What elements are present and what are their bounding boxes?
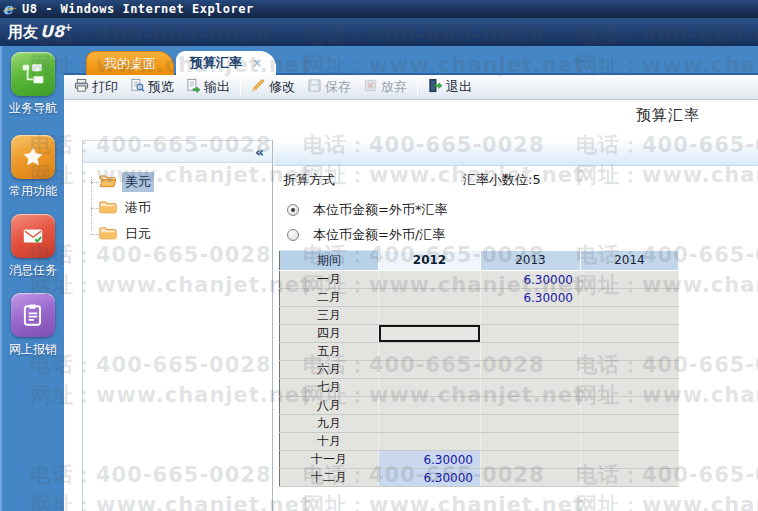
period-cell[interactable]: 三月 [280, 307, 379, 325]
rate-cell[interactable] [481, 325, 581, 343]
退出-button[interactable]: 退出 [422, 75, 478, 99]
online-expense-icon [11, 293, 55, 337]
tab-close-icon[interactable]: × [252, 56, 262, 70]
table-body: 一月6.30000二月6.30000三月四月五月六月七月八月九月十月十一月6.3… [280, 271, 679, 487]
toolbar-separator [240, 79, 241, 95]
rate-cell[interactable] [379, 361, 481, 379]
rate-cell[interactable] [379, 307, 481, 325]
rate-cell[interactable] [581, 451, 679, 469]
rate-cell[interactable] [581, 325, 679, 343]
预览-button[interactable]: 预览 [124, 75, 180, 99]
period-cell[interactable]: 五月 [280, 343, 379, 361]
rate-cell[interactable] [379, 397, 481, 415]
column-header-期间[interactable]: 期间 [280, 251, 379, 271]
radio-label: 本位币金额=外币/汇率 [313, 226, 445, 244]
rate-cell[interactable] [581, 343, 679, 361]
radio-button[interactable] [287, 229, 299, 241]
修改-button[interactable]: 修改 [245, 75, 301, 99]
rate-cell[interactable]: 6.30000 [379, 469, 481, 487]
tree-item-日元[interactable]: 日元 [83, 221, 272, 247]
rate-cell[interactable] [481, 433, 581, 451]
打印-button[interactable]: 打印 [68, 75, 124, 99]
tab-预算汇率[interactable]: 预算汇率× [176, 51, 276, 75]
rate-cell[interactable] [481, 451, 581, 469]
rate-cell[interactable] [481, 343, 581, 361]
toolbar-button-label: 保存 [325, 78, 351, 96]
sidebar-item-label: 业务导航 [9, 100, 57, 117]
rate-cell[interactable] [581, 379, 679, 397]
period-cell[interactable]: 八月 [280, 397, 379, 415]
conversion-method-label: 折算方式 [283, 171, 335, 189]
rate-cell[interactable] [481, 361, 581, 379]
输出-button[interactable]: 输出 [180, 75, 236, 99]
preview-icon [130, 78, 145, 96]
tree-item-美元[interactable]: 美元 [83, 169, 272, 195]
rate-cell[interactable] [379, 343, 481, 361]
rate-cell[interactable] [481, 307, 581, 325]
rate-cell[interactable] [581, 433, 679, 451]
period-cell[interactable]: 四月 [280, 325, 379, 343]
rate-cell[interactable] [379, 325, 481, 343]
tab-我的桌面[interactable]: 我的桌面 [86, 51, 174, 75]
rate-cell[interactable] [581, 307, 679, 325]
rate-cell[interactable] [581, 289, 679, 307]
sidebar-item-网上报销[interactable]: 网上报销 [9, 293, 57, 358]
exchange-rate-table: 期间201220132014一月6.30000二月6.30000三月四月五月六月… [279, 250, 679, 487]
toolbar-button-label: 输出 [204, 78, 230, 96]
rate-cell[interactable] [379, 271, 481, 289]
tab-label: 我的桌面 [104, 55, 156, 73]
sidebar-item-label: 网上报销 [9, 341, 57, 358]
period-cell[interactable]: 六月 [280, 361, 379, 379]
rate-cell[interactable] [581, 469, 679, 487]
toolbar-button-label: 预览 [148, 78, 174, 96]
table-row: 三月 [280, 307, 679, 325]
rate-cell[interactable] [581, 415, 679, 433]
rate-cell[interactable] [581, 271, 679, 289]
rate-cell[interactable] [481, 415, 581, 433]
tab-band: 我的桌面预算汇率× [64, 46, 758, 75]
rate-cell[interactable]: 6.30000 [481, 289, 581, 307]
rate-cell[interactable] [481, 379, 581, 397]
message-task-icon [11, 214, 55, 258]
column-header-2012[interactable]: 2012 [379, 251, 481, 271]
sidebar-item-业务导航[interactable]: 业务导航 [9, 52, 57, 117]
rate-cell[interactable] [581, 397, 679, 415]
rate-cell[interactable]: 6.30000 [481, 271, 581, 289]
column-header-2013[interactable]: 2013 [481, 251, 581, 271]
rate-cell[interactable] [481, 469, 581, 487]
column-header-2014[interactable]: 2014 [581, 251, 679, 271]
rate-cell[interactable] [581, 361, 679, 379]
table-row: 八月 [280, 397, 679, 415]
period-cell[interactable]: 十二月 [280, 469, 379, 487]
保存-button: 保存 [301, 75, 357, 99]
rate-cell[interactable]: 6.30000 [379, 451, 481, 469]
period-cell[interactable]: 九月 [280, 415, 379, 433]
period-cell[interactable]: 一月 [280, 271, 379, 289]
table-row: 十二月6.30000 [280, 469, 679, 487]
period-cell[interactable]: 十一月 [280, 451, 379, 469]
toolbar-button-label: 放弃 [381, 78, 407, 96]
tree-item-港币[interactable]: 港币 [83, 195, 272, 221]
collapse-panel-button[interactable]: « [255, 143, 264, 161]
rate-cell[interactable] [379, 415, 481, 433]
rate-cell[interactable] [379, 289, 481, 307]
table-row: 六月 [280, 361, 679, 379]
table-row: 四月 [280, 325, 679, 343]
period-cell[interactable]: 十月 [280, 433, 379, 451]
period-cell[interactable]: 二月 [280, 289, 379, 307]
rate-cell[interactable] [481, 397, 581, 415]
page-title: 预算汇率 [636, 106, 700, 125]
currency-tree: 美元港币日元 [83, 163, 272, 247]
business-nav-icon [11, 52, 55, 96]
discard-icon [363, 78, 378, 96]
sidebar-item-消息任务[interactable]: 消息任务 [9, 214, 57, 279]
sidebar-item-常用功能[interactable]: 常用功能 [9, 135, 57, 200]
rate-cell[interactable] [379, 379, 481, 397]
radio-button[interactable] [287, 204, 299, 216]
radio-row: 本位币金额=外币/汇率 [287, 226, 445, 244]
rate-cell[interactable] [379, 433, 481, 451]
period-cell[interactable]: 七月 [280, 379, 379, 397]
tab-strip: 我的桌面预算汇率× [86, 51, 278, 75]
pencil-icon [251, 78, 266, 96]
folder-closed-icon [99, 225, 122, 244]
